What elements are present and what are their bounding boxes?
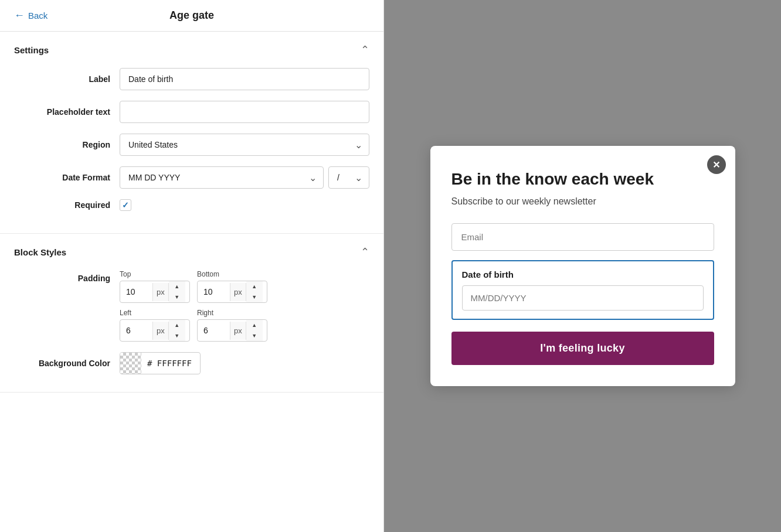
settings-chevron-up-icon[interactable]: ⌃ (361, 43, 369, 56)
left-panel: ← Back Age gate Settings ⌃ Label Placeho… (0, 0, 384, 532)
padding-left-input-wrapper: px ▲ ▼ (120, 319, 190, 342)
bg-color-label: Background Color (14, 359, 120, 368)
padding-top-input-wrapper: px ▲ ▼ (120, 281, 190, 303)
required-control: ✓ (120, 199, 369, 211)
bg-color-row: Background Color (14, 352, 369, 374)
padding-top-input[interactable] (120, 282, 152, 301)
modal-subtitle: Subscribe to our weekly newsletter (451, 196, 714, 207)
date-format-inputs: MM DD YYYY DD MM YYYY YYYY MM DD ⌄ / - .… (120, 166, 369, 189)
region-field-label: Region (14, 140, 120, 149)
date-format-select-wrapper: MM DD YYYY DD MM YYYY YYYY MM DD ⌄ (120, 166, 324, 189)
padding-bottom-unit: px (230, 283, 246, 301)
padding-right-spinner: ▲ ▼ (246, 320, 263, 341)
modal-card: ✕ Be in the know each week Subscribe to … (430, 146, 735, 386)
padding-right-label: Right (197, 309, 267, 317)
modal-date-input[interactable] (462, 285, 704, 311)
block-styles-section-title: Block Styles (14, 247, 66, 257)
page-title: Age gate (169, 9, 214, 22)
padding-fields: Top px ▲ ▼ Bottom (120, 270, 369, 342)
date-format-row: Date Format MM DD YYYY DD MM YYYY YYYY M… (14, 166, 369, 189)
padding-left-spinner: ▲ ▼ (169, 320, 185, 341)
placeholder-row: Placeholder text (14, 101, 369, 123)
region-field-control: United States European Union United King… (120, 134, 369, 156)
padding-bottom-group: Bottom px ▲ ▼ (197, 270, 267, 303)
date-format-control: MM DD YYYY DD MM YYYY YYYY MM DD ⌄ / - .… (120, 166, 369, 189)
padding-bottom-down-btn[interactable]: ▼ (246, 292, 263, 302)
padding-left-group: Left px ▲ ▼ (120, 309, 190, 342)
padding-bottom-spinner: ▲ ▼ (246, 281, 263, 302)
placeholder-field-control (120, 101, 369, 123)
modal-email-input[interactable] (451, 223, 714, 251)
modal-date-block: Date of birth (451, 260, 714, 320)
region-select[interactable]: United States European Union United King… (120, 134, 369, 156)
padding-right-unit: px (230, 322, 246, 340)
padding-bottom-up-btn[interactable]: ▲ (246, 281, 263, 292)
block-styles-section: Block Styles ⌃ Padding Top px ▲ ▼ (0, 234, 383, 393)
padding-top-unit: px (152, 283, 169, 301)
required-checkbox-wrapper: ✓ (120, 199, 369, 211)
padding-label: Padding (14, 270, 120, 283)
padding-right-group: Right px ▲ ▼ (197, 309, 267, 342)
padding-left-input[interactable] (120, 321, 152, 340)
region-row: Region United States European Union Unit… (14, 134, 369, 156)
padding-left-label: Left (120, 309, 190, 317)
settings-section-title: Settings (14, 45, 49, 55)
padding-top-label: Top (120, 270, 190, 278)
padding-top-bottom-row: Top px ▲ ▼ Bottom (120, 270, 369, 303)
modal-date-label: Date of birth (462, 270, 704, 279)
separator-select-wrapper: / - . ⌄ (328, 166, 369, 189)
required-row: Required ✓ (14, 199, 369, 211)
modal-cta-label: I'm feeling lucky (540, 342, 624, 354)
padding-top-spinner: ▲ ▼ (169, 281, 185, 302)
color-swatch[interactable] (120, 353, 141, 374)
padding-right-up-btn[interactable]: ▲ (246, 320, 263, 330)
date-format-select[interactable]: MM DD YYYY DD MM YYYY YYYY MM DD (120, 166, 324, 189)
padding-bottom-label: Bottom (197, 270, 267, 278)
padding-left-unit: px (152, 322, 169, 340)
padding-right-down-btn[interactable]: ▼ (246, 330, 263, 341)
date-format-label: Date Format (14, 173, 120, 182)
right-panel: ✕ Be in the know each week Subscribe to … (384, 0, 781, 532)
header: ← Back Age gate (0, 0, 383, 32)
back-arrow-icon: ← (14, 9, 25, 22)
label-row: Label (14, 68, 369, 90)
color-picker-wrapper (120, 352, 201, 374)
close-icon: ✕ (712, 159, 720, 170)
back-button[interactable]: ← Back (14, 9, 47, 22)
required-checkbox[interactable]: ✓ (120, 199, 131, 211)
label-field-control (120, 68, 369, 90)
padding-row: Padding Top px ▲ ▼ (14, 270, 369, 342)
modal-title: Be in the know each week (451, 169, 714, 189)
padding-bottom-input[interactable] (198, 282, 230, 301)
padding-top-up-btn[interactable]: ▲ (169, 281, 185, 292)
settings-section-header: Settings ⌃ (14, 43, 369, 56)
separator-select[interactable]: / - . (328, 166, 369, 189)
back-label: Back (28, 11, 47, 21)
padding-left-up-btn[interactable]: ▲ (169, 320, 185, 330)
modal-cta-button[interactable]: I'm feeling lucky (451, 332, 714, 365)
padding-left-right-row: Left px ▲ ▼ Right (120, 309, 369, 342)
padding-top-group: Top px ▲ ▼ (120, 270, 190, 303)
padding-top-down-btn[interactable]: ▼ (169, 292, 185, 302)
padding-right-input-wrapper: px ▲ ▼ (197, 319, 267, 342)
placeholder-input[interactable] (120, 101, 369, 123)
color-value-input[interactable] (141, 354, 200, 373)
block-styles-chevron-up-icon[interactable]: ⌃ (361, 245, 369, 258)
region-select-wrapper: United States European Union United King… (120, 134, 369, 156)
placeholder-field-label: Placeholder text (14, 107, 120, 117)
settings-section: Settings ⌃ Label Placeholder text Region… (0, 32, 383, 234)
padding-right-input[interactable] (198, 321, 230, 340)
block-styles-section-header: Block Styles ⌃ (14, 245, 369, 258)
modal-close-button[interactable]: ✕ (707, 155, 726, 174)
checkmark-icon: ✓ (122, 200, 129, 210)
label-input[interactable] (120, 68, 369, 90)
padding-bottom-input-wrapper: px ▲ ▼ (197, 281, 267, 303)
label-field-label: Label (14, 74, 120, 84)
padding-left-down-btn[interactable]: ▼ (169, 330, 185, 341)
required-label: Required (14, 200, 120, 210)
